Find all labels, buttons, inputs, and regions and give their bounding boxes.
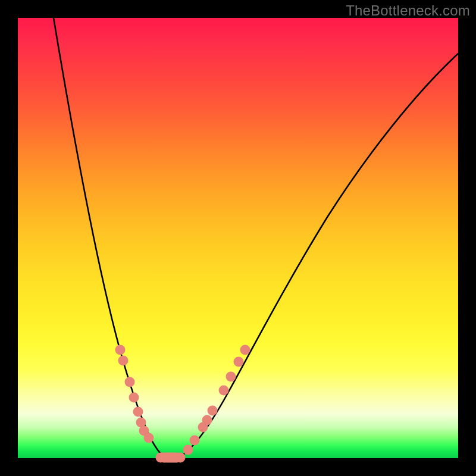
- right-curve: [174, 54, 458, 458]
- left-curve: [54, 18, 168, 458]
- watermark-text: TheBottleneck.com: [346, 2, 470, 19]
- plot-area: [18, 18, 458, 458]
- curve-layer: [18, 18, 458, 458]
- chart-container: TheBottleneck.com: [0, 0, 476, 476]
